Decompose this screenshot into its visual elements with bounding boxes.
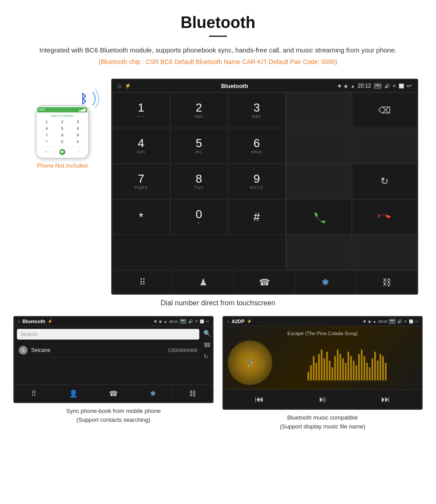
backspace-button[interactable]: ⌫: [352, 92, 417, 128]
contacts-nav-bt[interactable]: ✱: [133, 385, 173, 402]
music-wifi-icon: ▲: [373, 320, 376, 324]
contacts-vol-icon[interactable]: 🔊: [188, 319, 193, 324]
dial-key-9[interactable]: 9 WXYZ: [228, 164, 286, 199]
red-phone-icon: [378, 211, 391, 223]
refresh-button[interactable]: ↻: [352, 164, 417, 199]
main-screen-bottom-nav: ⠿ ♟ ☎ ✱ ⛓: [112, 270, 417, 294]
dial-key-6[interactable]: 6 MNO: [228, 128, 286, 164]
prev-button[interactable]: ⏮: [255, 394, 264, 404]
vol-icon[interactable]: 🔊: [384, 84, 390, 88]
title-divider: [209, 36, 227, 37]
sub-8: TUV: [194, 185, 204, 190]
eq-bar: [379, 354, 381, 380]
eq-bar: [345, 363, 347, 380]
dial-key-7[interactable]: 7 PQRS: [112, 164, 170, 199]
music-controls: ⏮ ⏯ ⏭: [223, 389, 422, 409]
usb-icon: ⚡: [125, 83, 131, 89]
play-pause-button[interactable]: ⏯: [318, 394, 327, 404]
contacts-nav-person[interactable]: 👤: [54, 385, 93, 402]
eq-bar: [315, 363, 317, 380]
eq-bar: [358, 354, 360, 380]
music-vol-icon[interactable]: 🔊: [397, 319, 402, 324]
hangup-button[interactable]: [352, 199, 417, 235]
sub-5: JKL: [195, 150, 203, 154]
call-button[interactable]: [286, 199, 351, 235]
contacts-screen-icon[interactable]: ⬜: [200, 320, 204, 324]
music-gps-icon: ◉: [368, 320, 371, 324]
phone-call-button[interactable]: ☎: [59, 149, 65, 155]
nav-contacts-button[interactable]: ♟: [173, 271, 234, 294]
digit-star: *: [139, 211, 143, 223]
music-back-icon[interactable]: ↩: [415, 320, 418, 324]
contacts-search-placeholder: Search: [20, 331, 37, 337]
contacts-back-icon[interactable]: ↩: [206, 320, 209, 324]
bottom-screens-row: ⌂ Bluetooth ⚡ ✱ ◉ ▲ 20:11 📷 🔊 ✕ ⬜ ↩: [0, 316, 436, 431]
contacts-statusbar-left: ⌂ Bluetooth ⚡: [18, 319, 52, 324]
contacts-close-icon[interactable]: ✕: [195, 320, 198, 324]
music-caption: Bluetooth music compatible (Support disp…: [280, 413, 365, 431]
search-side-icon[interactable]: 🔍: [203, 330, 211, 337]
digit-2: 2: [196, 102, 202, 113]
dial-key-star[interactable]: *: [112, 199, 170, 235]
contacts-side-icons: 🔍 ☎ ↻: [203, 330, 211, 360]
back-icon[interactable]: ↩: [407, 82, 412, 89]
main-screen-statusbar: ⌂ ⚡ Bluetooth ✱ ◉ ▲ 20:12 📷 🔊 ✕ ⬜ ↩: [112, 80, 417, 92]
home-icon[interactable]: ⌂: [117, 82, 121, 89]
contacts-main-area: Search S Seicane 13566664466: [14, 326, 213, 384]
close-icon[interactable]: ✕: [392, 84, 396, 88]
phone-side-icon[interactable]: ☎: [203, 341, 211, 348]
dial-key-0[interactable]: 0 +: [170, 199, 228, 235]
music-caption-line2: (Support display music file name): [280, 423, 365, 430]
display-area: [286, 92, 351, 128]
contacts-camera-icon: 📷: [180, 319, 186, 324]
eq-bar: [334, 356, 336, 380]
phone-add-contact: Add to Contacts: [39, 114, 85, 117]
music-equalizer: [277, 345, 417, 380]
next-button[interactable]: ⏭: [381, 394, 390, 404]
eq-bar: [363, 356, 365, 380]
empty-5: [352, 235, 417, 270]
contacts-body: Search S Seicane 13566664466 🔍 ☎ ↻: [14, 326, 213, 384]
contacts-home-icon[interactable]: ⌂: [18, 319, 20, 324]
eq-bar: [342, 358, 344, 380]
dial-key-2[interactable]: 2 ABC: [170, 92, 228, 128]
nav-bluetooth-button[interactable]: ✱: [295, 271, 356, 294]
contacts-spacer: [17, 358, 199, 384]
contact-row-seicane[interactable]: S Seicane 13566664466: [17, 343, 199, 358]
dial-key-5[interactable]: 5 JKL: [170, 128, 228, 164]
nav-dialpad-button[interactable]: ⠿: [112, 271, 173, 294]
contacts-search-bar[interactable]: Search: [17, 329, 199, 340]
sub-3: DEF: [252, 114, 262, 119]
dial-key-4[interactable]: 4 GHI: [112, 128, 170, 164]
eq-bar: [323, 358, 325, 380]
phone-key-star: *: [39, 139, 54, 145]
music-home-icon[interactable]: ⌂: [227, 319, 229, 324]
contacts-nav-link[interactable]: ⛓: [173, 385, 213, 402]
phone-menu-icon: ⋮: [77, 149, 81, 155]
phone-key-7: 7: [39, 132, 54, 138]
screen-icon[interactable]: ⬜: [399, 84, 404, 88]
dialpad-keys: 1 ∽∽ 2 ABC 3 DEF 4 GHI 5 JKL: [112, 92, 286, 270]
digit-1: 1: [138, 102, 144, 113]
contacts-nav-dialpad[interactable]: ⠿: [14, 385, 54, 402]
nav-link-button[interactable]: ⛓: [356, 271, 417, 294]
statusbar-right: ✱ ◉ ▲ 20:12 📷 🔊 ✕ ⬜ ↩: [338, 82, 412, 89]
dial-key-8[interactable]: 8 TUV: [170, 164, 228, 199]
contacts-nav-phone[interactable]: ☎: [93, 385, 133, 402]
dialpad-area: 1 ∽∽ 2 ABC 3 DEF 4 GHI 5 JKL: [112, 92, 417, 270]
nav-phone-button[interactable]: ☎: [234, 271, 295, 294]
music-camera-icon: 📷: [389, 319, 396, 324]
status-time: 20:12: [358, 83, 371, 89]
refresh-side-icon[interactable]: ↻: [203, 353, 211, 360]
phone-key-hash: #: [70, 139, 85, 145]
music-title: A2DP: [231, 319, 244, 324]
phone-not-included-label: Phone Not Included: [37, 162, 88, 169]
dial-key-hash[interactable]: #: [228, 199, 286, 235]
music-close-icon[interactable]: ✕: [404, 320, 407, 324]
dial-key-1[interactable]: 1 ∽∽: [112, 92, 170, 128]
dial-key-3[interactable]: 3 DEF: [228, 92, 286, 128]
contacts-caption-line2: (Support contacts searching): [77, 416, 150, 423]
digit-4: 4: [138, 137, 144, 149]
phone-mockup-container: ᛒ M55 ▂▄▆ Add to Contacts 1 2 3 4 5: [18, 79, 107, 169]
music-screen-icon[interactable]: ⬜: [409, 320, 413, 324]
